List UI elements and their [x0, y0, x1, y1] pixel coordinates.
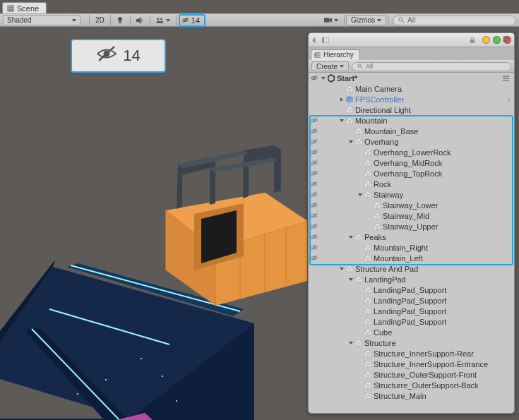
- collapse-icon[interactable]: [311, 36, 320, 44]
- tree-row[interactable]: FPSController›: [309, 94, 514, 104]
- visibility-toggle[interactable]: [309, 191, 320, 198]
- foldout-toggle[interactable]: [347, 234, 354, 241]
- visibility-toggle[interactable]: [309, 138, 320, 145]
- scene-row[interactable]: Start*: [309, 73, 514, 83]
- shading-mode-dropdown[interactable]: Shaded: [3, 15, 80, 25]
- tree-row[interactable]: Rock: [309, 179, 514, 189]
- effects-icon: [156, 16, 164, 24]
- create-dropdown[interactable]: Create: [311, 61, 349, 71]
- gameobject-cube-icon: [364, 392, 372, 400]
- tree-row[interactable]: Mountain_Left: [309, 253, 514, 263]
- chevron-right-icon[interactable]: ›: [508, 95, 511, 104]
- scene-search-input[interactable]: All: [393, 16, 516, 25]
- tree-row[interactable]: Stairway_Upper: [309, 221, 514, 232]
- hierarchy-tab-row: Hierarchy: [309, 47, 514, 60]
- tree-row[interactable]: Structurre_OuterSupport-Back: [309, 380, 514, 390]
- tree-row[interactable]: Directional Light: [309, 104, 514, 115]
- tree-row-label: Overhang_TopRock: [374, 169, 442, 178]
- audio-toggle[interactable]: [132, 15, 148, 25]
- visibility-toggle[interactable]: [309, 255, 320, 261]
- chevron-down-icon: [334, 18, 338, 23]
- tree-row[interactable]: LandingPad_Support: [309, 284, 514, 295]
- tree-row[interactable]: Mountain_Right: [309, 242, 514, 253]
- foldout-toggle[interactable]: [347, 340, 354, 347]
- chevron-down-icon: [72, 18, 76, 23]
- tree-row[interactable]: Overhang_TopRock: [309, 168, 514, 179]
- tree-row-label: Structure: [364, 339, 396, 347]
- tree-row[interactable]: Peaks: [309, 232, 514, 242]
- zoom-button[interactable]: [493, 36, 501, 44]
- tree-row[interactable]: LandingPad: [309, 274, 514, 284]
- gameobject-cube-icon: [354, 233, 363, 241]
- visibility-toggle[interactable]: [309, 202, 320, 208]
- scene-context-menu[interactable]: [502, 74, 512, 82]
- scene-toolbar: Shaded 2D 14 Gizmos All: [0, 13, 519, 27]
- tree-row[interactable]: Structure_OuterSupport-Front: [309, 369, 514, 380]
- tree-row[interactable]: Main Camera: [309, 83, 514, 94]
- tree-row[interactable]: Cube: [309, 327, 514, 337]
- visibility-toggle[interactable]: [309, 244, 320, 251]
- foldout-toggle[interactable]: [347, 276, 354, 283]
- tree-row[interactable]: Mountain_Base: [309, 126, 514, 136]
- gameobject-cube-icon: [364, 169, 372, 178]
- lock-icon[interactable]: [468, 36, 477, 44]
- hierarchy-titlebar[interactable]: [309, 33, 514, 47]
- gizmos-dropdown[interactable]: Gizmos: [346, 15, 386, 25]
- camera-settings[interactable]: [320, 15, 342, 25]
- tree-row[interactable]: LandingPad_Support: [309, 295, 514, 306]
- foldout-toggle[interactable]: [338, 265, 345, 272]
- tree-row[interactable]: Overhang_LowerRock: [309, 147, 514, 157]
- chevron-down-icon: [166, 18, 170, 23]
- foldout-toggle[interactable]: [338, 96, 345, 103]
- foldout-toggle[interactable]: [320, 75, 327, 82]
- lighting-toggle[interactable]: [112, 15, 129, 25]
- visibility-toggle[interactable]: [309, 117, 320, 124]
- tree-row[interactable]: Overhang: [309, 136, 514, 147]
- visibility-toggle[interactable]: [309, 128, 320, 134]
- tree-row[interactable]: Mountain: [309, 115, 514, 126]
- 2d-toggle[interactable]: 2D: [91, 15, 109, 25]
- hierarchy-search-input[interactable]: All: [352, 62, 511, 71]
- tree-row[interactable]: Structure_Main: [309, 390, 514, 401]
- hierarchy-tree[interactable]: Start* Main CameraFPSController›Directio…: [309, 73, 514, 413]
- dock-icon[interactable]: [321, 36, 330, 44]
- tree-row[interactable]: Structure_InnerSupport-Entrance: [309, 359, 514, 369]
- shading-mode-label: Shaded: [7, 16, 31, 24]
- tree-row[interactable]: Stairway_Mid: [309, 210, 514, 221]
- visibility-toggle[interactable]: [309, 170, 320, 176]
- tree-row[interactable]: LandingPad_Support: [309, 316, 514, 327]
- gameobject-cube-icon: [364, 360, 372, 368]
- tree-row[interactable]: Overhang_MidRock: [309, 157, 514, 168]
- tree-row[interactable]: Stairway_Lower: [309, 200, 514, 210]
- panel-context-menu[interactable]: [502, 35, 512, 42]
- svg-rect-0: [8, 6, 13, 11]
- tree-row-label: Structurre_OuterSupport-Back: [374, 381, 479, 390]
- tree-row[interactable]: Structure_InnerSupport-Rear: [309, 348, 514, 359]
- scene-grid-icon: [7, 5, 14, 12]
- visibility-toggle[interactable]: [309, 223, 320, 229]
- visibility-toggle[interactable]: [309, 75, 320, 81]
- tree-row-label: Mountain: [355, 116, 387, 125]
- svg-point-15: [399, 18, 402, 21]
- visibility-toggle[interactable]: [309, 212, 320, 219]
- gameobject-cube-icon: [364, 191, 372, 199]
- foldout-toggle[interactable]: [357, 191, 364, 198]
- tree-row[interactable]: Structure And Pad: [309, 263, 514, 274]
- tree-row[interactable]: Structure: [309, 337, 514, 348]
- foldout-toggle[interactable]: [347, 138, 354, 145]
- svg-rect-13: [324, 18, 329, 22]
- tree-row-label: LandingPad: [364, 275, 406, 284]
- visibility-toggle[interactable]: [309, 234, 320, 240]
- effects-dropdown[interactable]: [152, 15, 174, 25]
- hidden-objects-toggle[interactable]: 14: [179, 14, 205, 27]
- minimize-button[interactable]: [482, 36, 490, 44]
- search-placeholder: All: [407, 16, 415, 24]
- visibility-toggle[interactable]: [309, 181, 320, 187]
- tree-row[interactable]: LandingPad_Support: [309, 306, 514, 316]
- tree-row[interactable]: Stairway: [309, 189, 514, 200]
- tree-row-label: Structure_OuterSupport-Front: [374, 371, 477, 379]
- visibility-toggle[interactable]: [309, 160, 320, 166]
- visibility-toggle[interactable]: [309, 149, 320, 155]
- hierarchy-tab[interactable]: Hierarchy: [311, 49, 360, 60]
- foldout-toggle[interactable]: [338, 117, 345, 124]
